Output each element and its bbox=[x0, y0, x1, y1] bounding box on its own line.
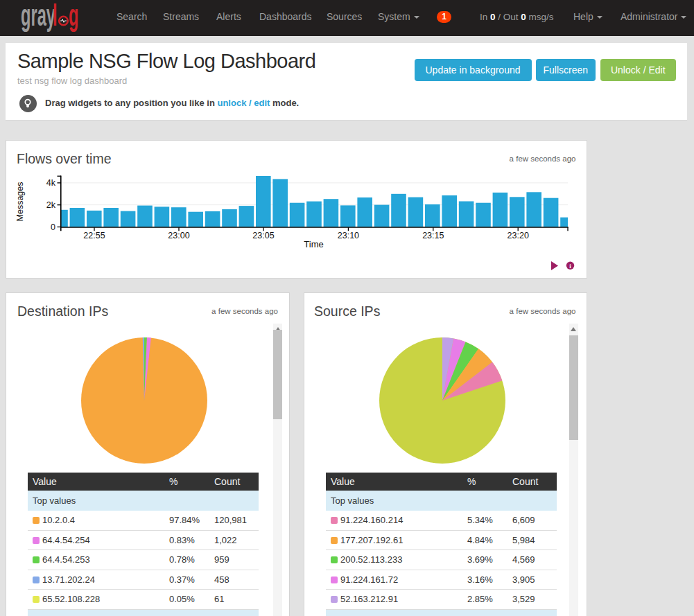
svg-text:23:00: 23:00 bbox=[168, 231, 189, 240]
svg-text:2k: 2k bbox=[46, 200, 56, 210]
svg-text:22:55: 22:55 bbox=[83, 231, 105, 240]
svg-text:23:10: 23:10 bbox=[338, 231, 359, 240]
svg-text:Messages: Messages bbox=[15, 182, 25, 222]
svg-text:23:05: 23:05 bbox=[252, 231, 274, 240]
svg-text:23:15: 23:15 bbox=[422, 231, 444, 240]
svg-text:4k: 4k bbox=[46, 178, 56, 188]
svg-text:23:20: 23:20 bbox=[508, 231, 529, 240]
svg-text:0: 0 bbox=[51, 222, 55, 232]
svg-text:Time: Time bbox=[304, 239, 323, 249]
